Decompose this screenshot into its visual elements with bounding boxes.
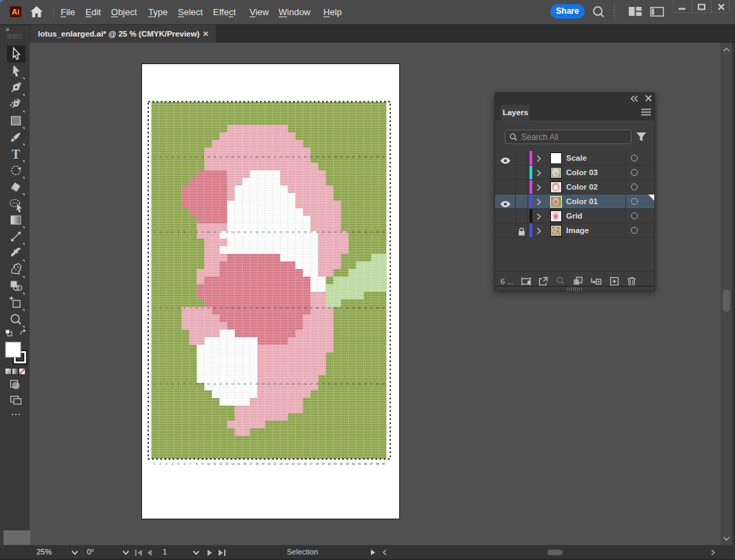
- svg-text:19: 19: [261, 230, 265, 234]
- svg-text:22: 22: [279, 155, 283, 159]
- svg-text:26: 26: [303, 230, 307, 234]
- svg-text:13: 13: [225, 306, 229, 310]
- svg-text:31: 31: [334, 306, 337, 310]
- svg-text:38: 38: [376, 462, 379, 466]
- svg-text:32: 32: [340, 230, 343, 234]
- svg-text:1: 1: [154, 462, 156, 466]
- svg-text:15: 15: [237, 306, 241, 310]
- svg-text:10: 10: [207, 155, 210, 159]
- svg-text:10: 10: [207, 230, 210, 234]
- svg-text:27: 27: [310, 382, 313, 386]
- svg-text:34: 34: [352, 382, 355, 386]
- svg-text:10: 10: [207, 382, 210, 386]
- svg-text:18: 18: [255, 462, 259, 466]
- svg-text:22: 22: [279, 382, 283, 386]
- svg-text:15: 15: [237, 382, 241, 386]
- svg-text:20: 20: [268, 306, 271, 310]
- svg-text:30: 30: [328, 462, 331, 466]
- svg-text:29: 29: [321, 462, 325, 466]
- svg-text:30: 30: [328, 382, 331, 386]
- svg-text:14: 14: [231, 382, 234, 386]
- svg-text:25: 25: [297, 462, 301, 466]
- svg-text:28: 28: [316, 155, 319, 159]
- svg-text:16: 16: [243, 462, 247, 466]
- svg-text:27: 27: [310, 230, 313, 234]
- svg-text:12: 12: [219, 155, 223, 159]
- svg-text:33: 33: [345, 155, 349, 159]
- svg-text:37: 37: [370, 230, 373, 234]
- svg-text:18: 18: [255, 230, 259, 234]
- svg-text:T: T: [12, 148, 20, 161]
- svg-text:35: 35: [358, 462, 361, 466]
- svg-text:36: 36: [364, 382, 368, 386]
- svg-text:36: 36: [364, 462, 368, 466]
- svg-text:16: 16: [243, 155, 247, 159]
- svg-text:13: 13: [225, 382, 229, 386]
- svg-text:7: 7: [190, 462, 192, 466]
- svg-text:23: 23: [285, 230, 289, 234]
- svg-text:30: 30: [328, 306, 331, 310]
- svg-text:36: 36: [364, 230, 368, 234]
- svg-text:22: 22: [279, 230, 283, 234]
- svg-text:13: 13: [225, 230, 229, 234]
- svg-text:21: 21: [273, 306, 276, 310]
- svg-text:22: 22: [279, 462, 283, 466]
- svg-text:21: 21: [273, 155, 276, 159]
- svg-text:19: 19: [261, 382, 265, 386]
- svg-text:14: 14: [231, 155, 234, 159]
- svg-text:17: 17: [250, 462, 253, 466]
- svg-text:17: 17: [250, 382, 253, 386]
- svg-text:38: 38: [376, 155, 379, 159]
- svg-text:19: 19: [261, 306, 265, 310]
- svg-text:34: 34: [352, 155, 355, 159]
- svg-text:34: 34: [352, 306, 355, 310]
- svg-text:16: 16: [243, 230, 247, 234]
- svg-text:34: 34: [352, 462, 355, 466]
- svg-text:35: 35: [358, 230, 361, 234]
- svg-text:36: 36: [364, 155, 368, 159]
- svg-text:33: 33: [345, 230, 349, 234]
- svg-text:26: 26: [303, 462, 307, 466]
- svg-text:30: 30: [328, 230, 331, 234]
- svg-text:18: 18: [255, 155, 259, 159]
- svg-text:12: 12: [219, 306, 223, 310]
- svg-text:23: 23: [285, 155, 289, 159]
- svg-text:12: 12: [219, 462, 223, 466]
- svg-text:39: 39: [382, 462, 385, 466]
- svg-text:21: 21: [273, 230, 276, 234]
- svg-text:16: 16: [243, 382, 247, 386]
- svg-text:25: 25: [297, 382, 301, 386]
- svg-text:37: 37: [370, 382, 373, 386]
- svg-text:24: 24: [292, 230, 295, 234]
- svg-text:38: 38: [376, 306, 379, 310]
- svg-text:32: 32: [340, 462, 343, 466]
- svg-text:15: 15: [237, 462, 241, 466]
- svg-text:17: 17: [250, 155, 253, 159]
- svg-text:38: 38: [376, 382, 379, 386]
- svg-text:10: 10: [207, 462, 210, 466]
- svg-text:28: 28: [316, 306, 319, 310]
- svg-text:12: 12: [219, 230, 223, 234]
- svg-text:30: 30: [328, 155, 331, 159]
- svg-text:14: 14: [231, 230, 234, 234]
- svg-text:26: 26: [303, 306, 307, 310]
- svg-text:13: 13: [225, 155, 229, 159]
- svg-text:13: 13: [225, 462, 229, 466]
- svg-text:29: 29: [321, 230, 325, 234]
- svg-text:38: 38: [376, 230, 379, 234]
- svg-text:36: 36: [364, 306, 368, 310]
- svg-text:15: 15: [237, 155, 241, 159]
- svg-text:19: 19: [261, 462, 265, 466]
- svg-text:23: 23: [285, 382, 289, 386]
- svg-text:29: 29: [321, 382, 325, 386]
- svg-text:27: 27: [310, 155, 313, 159]
- svg-text:31: 31: [334, 462, 337, 466]
- svg-text:24: 24: [292, 306, 295, 310]
- svg-text:14: 14: [231, 462, 234, 466]
- svg-text:20: 20: [268, 462, 271, 466]
- svg-text:4: 4: [172, 462, 174, 466]
- svg-text:5: 5: [178, 462, 180, 466]
- svg-text:9: 9: [202, 462, 204, 466]
- svg-text:20: 20: [268, 382, 271, 386]
- svg-text:34: 34: [352, 230, 355, 234]
